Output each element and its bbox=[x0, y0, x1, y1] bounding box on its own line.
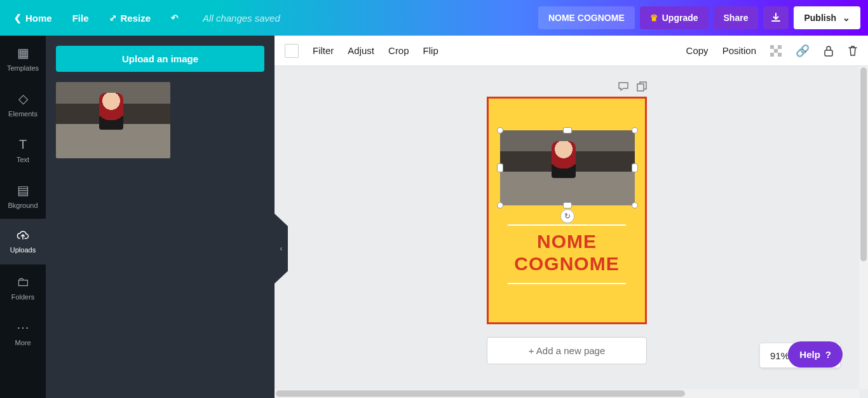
uploads-icon bbox=[17, 230, 29, 242]
chevron-left-icon: ❮ bbox=[14, 13, 22, 23]
chevron-down-icon: ⌄ bbox=[843, 13, 850, 23]
elements-icon: ◇ bbox=[18, 91, 28, 106]
uploaded-thumbnail[interactable] bbox=[56, 82, 170, 158]
rail-label: Uploads bbox=[10, 246, 36, 254]
share-button[interactable]: Share bbox=[714, 6, 759, 29]
lock-icon[interactable] bbox=[824, 45, 834, 57]
page-tools bbox=[487, 81, 647, 92]
resize-icon: ⤢ bbox=[109, 13, 117, 23]
crop-button[interactable]: Crop bbox=[388, 45, 409, 56]
context-right: Copy Position 🔗 bbox=[686, 44, 858, 58]
adjust-button[interactable]: Adjust bbox=[348, 45, 374, 56]
resize-handle-bl[interactable] bbox=[497, 202, 503, 209]
title-line1: NOME bbox=[489, 231, 645, 253]
scrollbar-thumb[interactable] bbox=[276, 390, 685, 397]
rotate-handle[interactable]: ↻ bbox=[560, 209, 574, 223]
rail-templates[interactable]: ▦ Templates bbox=[0, 36, 46, 81]
canvas-wrap: ↻ NOME COGNOME + Add a new page 91% bbox=[275, 66, 868, 398]
vertical-scrollbar[interactable] bbox=[859, 66, 868, 389]
flip-button[interactable]: Flip bbox=[423, 45, 438, 56]
undo-button[interactable]: ↶ bbox=[162, 8, 187, 28]
rail-label: Templates bbox=[7, 64, 39, 72]
duplicate-page-icon[interactable] bbox=[637, 81, 647, 92]
design-page[interactable]: ↻ NOME COGNOME bbox=[487, 97, 647, 324]
rail-more[interactable]: ⋯ More bbox=[0, 310, 46, 356]
rail-folders[interactable]: 🗀 Folders bbox=[0, 264, 46, 310]
left-rail: ▦ Templates ◇ Elements T Text ▤ Bkground… bbox=[0, 36, 46, 398]
svg-rect-3 bbox=[774, 49, 778, 53]
rail-label: Folders bbox=[11, 293, 35, 301]
add-page-button[interactable]: + Add a new page bbox=[487, 337, 647, 364]
download-button[interactable] bbox=[763, 6, 789, 29]
project-name-button[interactable]: NOME COGNOME bbox=[538, 6, 635, 29]
resize-handle-tr[interactable] bbox=[632, 127, 638, 134]
main-area: ▦ Templates ◇ Elements T Text ▤ Bkground… bbox=[0, 36, 868, 398]
svg-rect-2 bbox=[778, 45, 782, 49]
download-icon bbox=[771, 13, 781, 23]
undo-icon: ↶ bbox=[171, 13, 179, 23]
filter-button[interactable]: Filter bbox=[313, 45, 334, 56]
transparency-icon[interactable] bbox=[770, 45, 782, 57]
folders-icon: 🗀 bbox=[17, 275, 29, 289]
resize-handle-ml[interactable] bbox=[497, 163, 503, 172]
svg-rect-6 bbox=[825, 50, 832, 56]
save-status: All changes saved bbox=[203, 13, 280, 24]
resize-handle-tl[interactable] bbox=[497, 127, 503, 134]
rail-text[interactable]: T Text bbox=[0, 127, 46, 173]
home-button[interactable]: ❮ Home bbox=[5, 8, 61, 29]
canvas-scroll[interactable]: ↻ NOME COGNOME + Add a new page bbox=[275, 66, 859, 389]
workspace: Filter Adjust Crop Flip Copy Position 🔗 bbox=[275, 36, 868, 398]
resize-handle-mr[interactable] bbox=[632, 163, 638, 172]
upload-image-button[interactable]: Upload an image bbox=[56, 46, 264, 72]
background-icon: ▤ bbox=[17, 182, 29, 198]
file-menu[interactable]: File bbox=[64, 8, 98, 29]
design-title-text[interactable]: NOME COGNOME bbox=[489, 231, 645, 275]
text-icon: T bbox=[19, 137, 27, 152]
resize-button[interactable]: ⤢ Resize bbox=[100, 8, 160, 29]
context-toolbar: Filter Adjust Crop Flip Copy Position 🔗 bbox=[275, 36, 868, 66]
copy-button[interactable]: Copy bbox=[686, 45, 709, 56]
svg-rect-7 bbox=[637, 84, 644, 91]
rail-bkground[interactable]: ▤ Bkground bbox=[0, 173, 46, 219]
link-icon[interactable]: 🔗 bbox=[796, 44, 810, 58]
more-icon: ⋯ bbox=[17, 320, 29, 335]
svg-rect-5 bbox=[778, 53, 782, 57]
comment-icon[interactable] bbox=[618, 81, 629, 92]
home-label: Home bbox=[25, 13, 52, 24]
file-label: File bbox=[72, 13, 89, 24]
upgrade-button[interactable]: ♛ Upgrade bbox=[640, 6, 709, 29]
divider-line[interactable] bbox=[508, 224, 626, 226]
rail-label: Elements bbox=[8, 110, 37, 118]
rail-label: Bkground bbox=[8, 202, 37, 209]
divider-line[interactable] bbox=[508, 283, 626, 284]
zoom-level[interactable]: 91% bbox=[770, 350, 789, 361]
photo-thumbnail bbox=[56, 82, 170, 158]
trash-icon[interactable] bbox=[848, 45, 858, 57]
rail-uploads[interactable]: Uploads bbox=[0, 219, 46, 264]
rail-label: More bbox=[15, 339, 31, 347]
crown-icon: ♛ bbox=[650, 13, 658, 23]
position-button[interactable]: Position bbox=[722, 45, 756, 56]
title-line2: COGNOME bbox=[489, 253, 645, 275]
top-header: ❮ Home File ⤢ Resize ↶ All changes saved… bbox=[0, 0, 868, 36]
selection-handles: ↻ bbox=[500, 130, 635, 205]
selected-image[interactable]: ↻ bbox=[500, 130, 635, 205]
svg-rect-4 bbox=[770, 53, 774, 57]
upgrade-label: Upgrade bbox=[662, 13, 698, 23]
rail-elements[interactable]: ◇ Elements bbox=[0, 81, 46, 127]
resize-handle-tm[interactable] bbox=[563, 127, 572, 134]
publish-button[interactable]: Publish ⌄ bbox=[794, 6, 860, 29]
resize-handle-br[interactable] bbox=[632, 202, 638, 209]
scrollbar-thumb[interactable] bbox=[860, 67, 867, 261]
templates-icon: ▦ bbox=[17, 45, 29, 60]
help-button[interactable]: Help ? bbox=[788, 341, 843, 367]
rail-label: Text bbox=[17, 156, 29, 163]
help-label: Help bbox=[799, 349, 820, 360]
svg-rect-1 bbox=[770, 45, 774, 49]
resize-handle-bm[interactable] bbox=[563, 202, 572, 209]
color-swatch[interactable] bbox=[285, 44, 299, 58]
resize-label: Resize bbox=[121, 13, 151, 24]
help-icon: ? bbox=[825, 349, 831, 360]
header-left: ❮ Home File ⤢ Resize ↶ All changes saved bbox=[5, 8, 280, 29]
horizontal-scrollbar[interactable] bbox=[275, 389, 859, 398]
